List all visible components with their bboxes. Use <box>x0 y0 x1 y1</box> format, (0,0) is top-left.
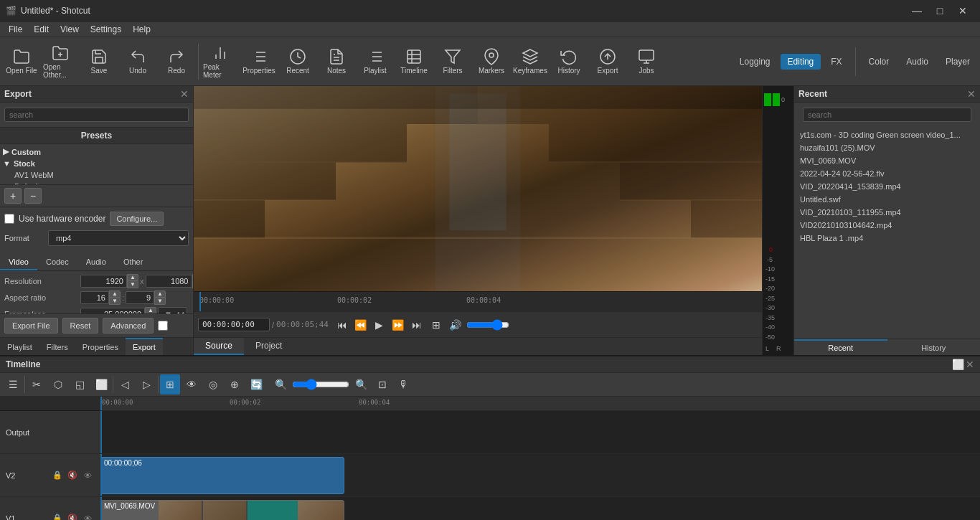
resolution-h-up[interactable]: ▲ <box>192 274 194 281</box>
hw-encoder-checkbox[interactable] <box>4 214 14 224</box>
minimize-button[interactable]: — <box>905 0 928 22</box>
tab-video[interactable]: Video <box>0 255 37 270</box>
recent-item-4[interactable]: VID_20220414_153839.mp4 <box>797 180 977 193</box>
player-mode-button[interactable]: Player <box>938 54 977 70</box>
close-button[interactable]: ✕ <box>951 0 974 22</box>
timeline-split-button[interactable]: ⬜ <box>91 374 111 394</box>
toggle-zoom-button[interactable]: ⊞ <box>428 316 445 334</box>
recent-item-3[interactable]: 2022-04-24 02-56-42.flv <box>797 167 977 180</box>
timeline-menu-button[interactable]: ☰ <box>3 374 23 394</box>
resolution-h-input[interactable] <box>146 275 192 288</box>
tab-playlist[interactable]: Playlist <box>0 338 39 355</box>
v1-mute-button[interactable]: 🔇 <box>66 512 79 521</box>
jobs-button[interactable]: Jobs <box>628 40 665 83</box>
presets-search-input[interactable] <box>4 108 189 122</box>
recent-item-5[interactable]: Untitled.swf <box>797 193 977 206</box>
advanced-button[interactable]: Advanced <box>103 318 154 334</box>
preset-av1-webm[interactable]: AV1 WebM <box>0 169 193 181</box>
keyframes-button[interactable]: Keyframes <box>512 40 549 83</box>
recent-item-0[interactable]: yt1s.com - 3D coding Green screen video_… <box>797 128 977 141</box>
timeline-center-button[interactable]: ⊕ <box>225 374 245 394</box>
preset-category-custom[interactable]: ▶ Custom <box>0 146 193 158</box>
audio-mode-button[interactable]: Audio <box>899 54 936 70</box>
aspect-w-input[interactable] <box>80 291 109 304</box>
timecode-current[interactable] <box>198 318 270 331</box>
zoom-in-button[interactable]: 🔍 <box>351 374 371 394</box>
redo-button[interactable]: Redo <box>158 40 195 83</box>
timeline-close[interactable]: ✕ <box>966 359 974 370</box>
v1-clip[interactable]: MVI_0069.MOV <box>100 500 344 520</box>
timeline-ripple-markers-button[interactable]: ◎ <box>203 374 223 394</box>
reset-button[interactable]: Reset <box>62 318 99 334</box>
step-forward-button[interactable]: ⏩ <box>390 316 407 334</box>
left-panel-close[interactable]: ✕ <box>180 88 189 100</box>
right-panel-close[interactable]: ✕ <box>967 88 976 100</box>
export-file-button[interactable]: Export File <box>4 318 58 334</box>
recent-item-1[interactable]: huzaifa101 (25).MOV <box>797 141 977 154</box>
tab-recent[interactable]: Recent <box>794 339 887 355</box>
aspect-h-up[interactable]: ▲ <box>154 290 166 298</box>
timeline-ripple-button[interactable]: ⬡ <box>48 374 68 394</box>
timeline-expand[interactable]: ⬜ <box>952 359 964 370</box>
filters-button[interactable]: Filters <box>434 40 471 83</box>
zoom-slider[interactable] <box>292 379 349 390</box>
peak-meter-button[interactable]: Peak Meter <box>202 40 239 83</box>
v1-hide-button[interactable]: 👁 <box>81 512 94 521</box>
add-preset-button[interactable]: + <box>4 188 22 204</box>
aspect-w-up[interactable]: ▲ <box>109 290 121 298</box>
timeline-scrub-button[interactable]: 👁 <box>182 374 202 394</box>
tab-other[interactable]: Other <box>115 255 152 270</box>
v2-clip[interactable]: 00:00:00;06 <box>100 457 344 494</box>
zoom-fit-button[interactable]: ⊡ <box>372 374 392 394</box>
aspect-h-input[interactable] <box>126 291 154 304</box>
resolution-w-down[interactable]: ▼ <box>127 281 138 288</box>
skip-to-start-button[interactable]: ⏮ <box>334 316 351 334</box>
logging-mode-button[interactable]: Logging <box>732 54 778 70</box>
aspect-w-down[interactable]: ▼ <box>109 298 121 305</box>
history-button[interactable]: History <box>550 40 588 83</box>
tab-filters[interactable]: Filters <box>39 338 75 355</box>
v2-mute-button[interactable]: 🔇 <box>66 469 79 482</box>
volume-button[interactable]: 🔊 <box>447 316 464 334</box>
open-other-button[interactable]: Open Other... <box>42 40 79 83</box>
recent-search-input[interactable] <box>803 108 971 122</box>
step-back-button[interactable]: ⏪ <box>352 316 369 334</box>
properties-button[interactable]: Properties <box>240 40 278 83</box>
tab-properties[interactable]: Properties <box>75 338 126 355</box>
menu-edit[interactable]: Edit <box>28 23 55 36</box>
resolution-h-down[interactable]: ▼ <box>192 281 194 288</box>
timeline-next-marker-button[interactable]: ▷ <box>136 374 156 394</box>
aspect-h-down[interactable]: ▼ <box>154 298 166 305</box>
recent-item-8[interactable]: HBL Plaza 1 .mp4 <box>797 232 977 245</box>
resolution-w-input[interactable] <box>80 275 127 288</box>
maximize-button[interactable]: □ <box>928 0 951 22</box>
v2-hide-button[interactable]: 👁 <box>81 469 94 482</box>
fps-select[interactable]: ▼ <box>158 307 187 314</box>
zoom-out-button[interactable]: 🔍 <box>270 374 291 394</box>
tab-history[interactable]: History <box>887 339 981 355</box>
recent-button[interactable]: Recent <box>279 40 316 83</box>
editing-mode-button[interactable]: Editing <box>781 54 821 70</box>
open-file-button[interactable]: Open File <box>3 40 40 83</box>
timeline-snap-button[interactable]: ⊞ <box>160 374 180 394</box>
v2-lock-button[interactable]: 🔒 <box>51 469 64 482</box>
menu-view[interactable]: View <box>55 23 85 36</box>
preset-category-stock[interactable]: ▼ Stock <box>0 158 193 169</box>
tab-codec[interactable]: Codec <box>37 255 77 270</box>
resolution-w-up[interactable]: ▲ <box>127 274 138 281</box>
format-select[interactable]: mp4 mkv mov <box>48 230 189 246</box>
markers-button[interactable]: Markers <box>473 40 510 83</box>
notes-button[interactable]: Notes <box>318 40 355 83</box>
timeline-blade-button[interactable]: ✂ <box>27 374 47 394</box>
timeline-button[interactable]: Timeline <box>395 40 433 83</box>
advanced-checkbox[interactable] <box>158 321 168 331</box>
tab-audio[interactable]: Audio <box>77 255 115 270</box>
menu-settings[interactable]: Settings <box>85 23 127 36</box>
recent-item-2[interactable]: MVI_0069.MOV <box>797 154 977 167</box>
tab-project[interactable]: Project <box>244 338 293 355</box>
tab-export[interactable]: Export <box>126 338 163 355</box>
remove-preset-button[interactable]: − <box>24 188 42 204</box>
fx-mode-button[interactable]: FX <box>824 54 849 70</box>
color-mode-button[interactable]: Color <box>862 54 897 70</box>
tab-source[interactable]: Source <box>194 338 244 355</box>
